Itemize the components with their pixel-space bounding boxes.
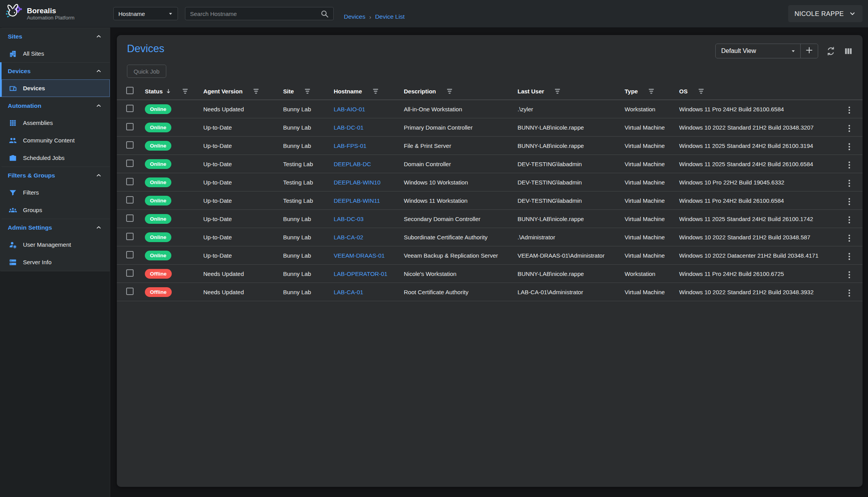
- sidebar-item-server-info[interactable]: Server Info: [2, 253, 110, 271]
- filter-icon[interactable]: [447, 89, 452, 94]
- os-cell: Windows 10 2022 Datacenter 21H2 Build 20…: [679, 252, 845, 259]
- topbar: Borealis Automation Platform Hostname De…: [0, 0, 868, 28]
- breadcrumb: Devices › Device List: [344, 13, 405, 20]
- hostname-link[interactable]: LAB-AIO-01: [334, 106, 365, 112]
- sidebar: SitesAll SitesDevicesDevicesAutomationAs…: [0, 28, 110, 497]
- view-selector[interactable]: Default View: [716, 44, 801, 58]
- row-checkbox[interactable]: [126, 269, 134, 277]
- sidebar-item-devices[interactable]: Devices: [2, 79, 110, 97]
- column-header-site[interactable]: Site: [283, 88, 334, 95]
- sidebar-item-filters[interactable]: Filters: [2, 184, 110, 201]
- sidebar-section-header-admin-settings[interactable]: Admin Settings: [2, 219, 110, 236]
- filter-icon[interactable]: [649, 89, 654, 94]
- row-actions-menu-icon[interactable]: [845, 269, 853, 280]
- quick-job-button[interactable]: Quick Job: [127, 65, 166, 78]
- last-user-cell: DEV-TESTING\labadmin: [518, 161, 625, 167]
- breadcrumb-devices[interactable]: Devices: [344, 13, 365, 20]
- filter-icon[interactable]: [699, 89, 704, 94]
- filter-icon[interactable]: [254, 89, 259, 94]
- filter-icon[interactable]: [373, 89, 378, 94]
- filter-icon[interactable]: [305, 89, 310, 94]
- row-actions-menu-icon[interactable]: [845, 160, 853, 170]
- hostname-link[interactable]: VEEAM-DRAAS-01: [334, 252, 385, 259]
- hostname-link[interactable]: DEEPLAB-DC: [334, 161, 371, 167]
- row-actions-menu-icon[interactable]: [845, 288, 853, 299]
- row-checkbox[interactable]: [126, 178, 134, 185]
- row-checkbox[interactable]: [126, 251, 134, 258]
- hostname-link[interactable]: LAB-FPS-01: [334, 142, 366, 149]
- sidebar-item-assemblies[interactable]: Assemblies: [2, 114, 110, 132]
- site-cell: Bunny Lab: [283, 252, 334, 259]
- description-cell: Nicole's Workstation: [404, 270, 518, 277]
- hostname-link[interactable]: LAB-DC-03: [334, 216, 364, 222]
- row-checkbox[interactable]: [126, 141, 134, 149]
- sidebar-section-label: Admin Settings: [8, 224, 52, 231]
- row-checkbox[interactable]: [126, 214, 134, 222]
- column-header-status[interactable]: Status: [145, 88, 203, 95]
- sidebar-section-header-devices[interactable]: Devices: [2, 62, 110, 79]
- row-actions-menu-icon[interactable]: [845, 214, 853, 225]
- view-group: Default View: [715, 44, 818, 58]
- description-cell: Veeam Backup & Replication Server: [404, 252, 518, 259]
- row-checkbox[interactable]: [126, 105, 134, 112]
- row-checkbox[interactable]: [126, 123, 134, 130]
- sidebar-section-label: Automation: [8, 102, 41, 109]
- chevron-up-icon: [95, 172, 102, 179]
- search-field-selector[interactable]: Hostname: [113, 7, 178, 20]
- user-menu[interactable]: NICOLE RAPPE: [788, 5, 863, 22]
- column-header-last-user[interactable]: Last User: [518, 88, 625, 95]
- sidebar-item-all-sites[interactable]: All Sites: [2, 45, 110, 62]
- row-checkbox[interactable]: [126, 288, 134, 295]
- row-actions-menu-icon[interactable]: [845, 123, 853, 134]
- sidebar-item-user-management[interactable]: User Management: [2, 236, 110, 253]
- columns-icon[interactable]: [843, 46, 853, 56]
- row-actions-menu-icon[interactable]: [845, 251, 853, 262]
- row-checkbox[interactable]: [126, 160, 134, 167]
- filter-icon[interactable]: [183, 89, 188, 94]
- column-header-description[interactable]: Description: [404, 88, 518, 95]
- column-header-os[interactable]: OS: [679, 88, 845, 95]
- row-checkbox[interactable]: [126, 233, 134, 240]
- column-header-type[interactable]: Type: [625, 88, 679, 95]
- row-actions-menu-icon[interactable]: [845, 196, 853, 207]
- sidebar-item-community-content[interactable]: Community Content: [2, 132, 110, 149]
- breadcrumb-device-list[interactable]: Device List: [375, 13, 405, 20]
- add-view-button[interactable]: [801, 44, 818, 58]
- sidebar-section-header-filters-groups[interactable]: Filters & Groups: [2, 167, 110, 184]
- type-cell: Virtual Machine: [625, 216, 679, 222]
- row-actions-menu-icon[interactable]: [845, 178, 853, 189]
- refresh-icon[interactable]: [826, 46, 836, 56]
- hostname-link[interactable]: LAB-CA-02: [334, 234, 363, 241]
- sidebar-item-label: Devices: [23, 85, 45, 91]
- hostname-link[interactable]: DEEPLAB-WIN10: [334, 179, 380, 186]
- sidebar-section-header-sites[interactable]: Sites: [2, 28, 110, 45]
- last-user-cell: VEEAM-DRAAS-01\Administrator: [518, 252, 625, 259]
- hostname-link[interactable]: DEEPLAB-WIN11: [334, 197, 380, 204]
- search-input[interactable]: [190, 11, 320, 17]
- type-cell: Virtual Machine: [625, 197, 679, 204]
- sidebar-item-label: Filters: [23, 189, 39, 196]
- last-user-cell: BUNNY-LAB\nicole.rappe: [518, 216, 625, 222]
- view-selector-value: Default View: [721, 47, 756, 54]
- hostname-link[interactable]: LAB-OPERATOR-01: [334, 270, 387, 277]
- os-cell: Windows 10 2022 Standard 21H2 Build 2034…: [679, 234, 845, 241]
- hostname-link[interactable]: LAB-DC-01: [334, 124, 364, 131]
- agent-version-cell: Up-to-Date: [203, 161, 283, 167]
- os-cell: Windows 10 2022 Standard 21H2 Build 2034…: [679, 289, 845, 295]
- row-actions-menu-icon[interactable]: [845, 105, 853, 116]
- column-header-hostname[interactable]: Hostname: [334, 88, 404, 95]
- sidebar-item-scheduled-jobs[interactable]: Scheduled Jobs: [2, 149, 110, 167]
- table-row: OfflineNeeds UpdatedBunny LabLAB-OPERATO…: [117, 265, 863, 283]
- hostname-link[interactable]: LAB-CA-01: [334, 289, 363, 295]
- row-checkbox[interactable]: [126, 196, 134, 204]
- sidebar-item-label: Scheduled Jobs: [23, 155, 65, 161]
- sidebar-item-groups[interactable]: Groups: [2, 201, 110, 219]
- row-actions-menu-icon[interactable]: [845, 233, 853, 244]
- row-actions-menu-icon[interactable]: [845, 141, 853, 152]
- select-all-checkbox[interactable]: [126, 87, 134, 94]
- status-badge: Online: [145, 123, 171, 132]
- last-user-cell: BUNNY-LAB\nicole.rappe: [518, 124, 625, 131]
- sidebar-section-header-automation[interactable]: Automation: [2, 97, 110, 114]
- column-header-agent-version[interactable]: Agent Version: [203, 88, 283, 95]
- filter-icon[interactable]: [555, 89, 560, 94]
